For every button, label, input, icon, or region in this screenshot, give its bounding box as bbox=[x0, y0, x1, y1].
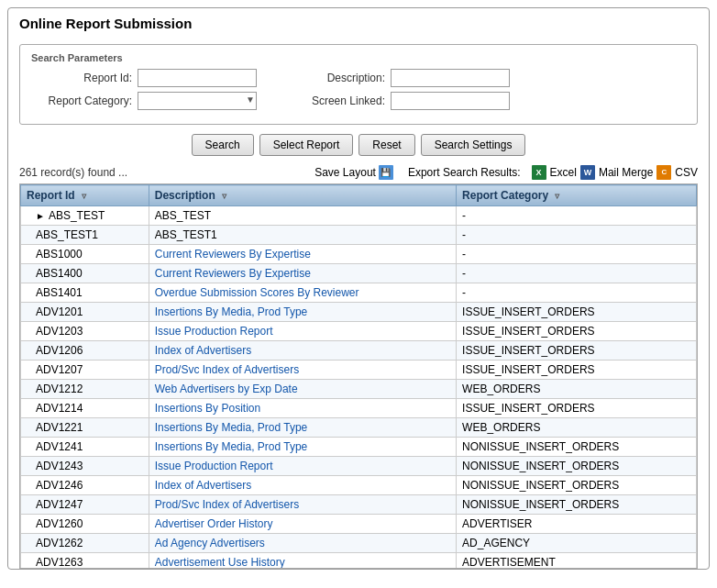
description-filter-icon[interactable]: ▿ bbox=[222, 191, 226, 201]
table-row[interactable]: ADV1221Insertions By Media, Prod TypeWEB… bbox=[21, 418, 697, 438]
cell-report-category: NONISSUE_INSERT_ORDERS bbox=[457, 495, 697, 515]
cell-report-id: ADV1263 bbox=[21, 553, 149, 570]
description-input[interactable] bbox=[391, 69, 510, 87]
cell-report-category: - bbox=[457, 264, 697, 283]
table-row[interactable]: ADV1241Insertions By Media, Prod TypeNON… bbox=[21, 438, 697, 457]
export-label: Export Search Results: bbox=[408, 166, 521, 179]
screen-linked-label: Screen Linked: bbox=[284, 94, 385, 107]
cell-report-category: ISSUE_INSERT_ORDERS bbox=[457, 303, 697, 322]
search-button[interactable]: Search bbox=[192, 134, 254, 156]
table-row[interactable]: ABS_TEST1ABS_TEST1- bbox=[21, 226, 697, 245]
report-category-filter-icon[interactable]: ▿ bbox=[555, 191, 559, 201]
table-row[interactable]: ADV1247Prod/Svc Index of AdvertisersNONI… bbox=[21, 495, 697, 515]
save-icon: 💾 bbox=[379, 165, 393, 180]
table-row[interactable]: ADV1260Advertiser Order HistoryADVERTISE… bbox=[21, 515, 697, 534]
cell-report-id: ADV1247 bbox=[21, 495, 149, 515]
cell-report-category: NONISSUE_INSERT_ORDERS bbox=[457, 457, 697, 476]
cell-report-category: - bbox=[457, 226, 697, 245]
cell-description: Index of Advertisers bbox=[149, 341, 456, 361]
cell-description: Advertiser Order History bbox=[149, 515, 456, 534]
table-row[interactable]: ADV1206Index of AdvertisersISSUE_INSERT_… bbox=[21, 341, 697, 361]
search-params-legend: Search Parameters bbox=[31, 52, 686, 63]
col-description: Description ▿ bbox=[149, 185, 456, 206]
header-row: Report Id ▿ Description ▿ Report Categor… bbox=[21, 185, 697, 206]
cell-report-id: ADV1243 bbox=[21, 457, 149, 476]
form-row-1: Report Id: Description: bbox=[31, 69, 686, 87]
search-settings-button[interactable]: Search Settings bbox=[421, 134, 526, 156]
save-layout-label: Save Layout bbox=[314, 166, 376, 179]
cell-report-category: ISSUE_INSERT_ORDERS bbox=[457, 361, 697, 380]
cell-report-category: ISSUE_INSERT_ORDERS bbox=[457, 322, 697, 341]
cell-report-id: ADV1241 bbox=[21, 438, 149, 457]
table-row[interactable]: ABS1400Current Reviewers By Expertise- bbox=[21, 264, 697, 283]
report-id-input[interactable] bbox=[138, 69, 257, 87]
cell-report-id: ADV1246 bbox=[21, 476, 149, 495]
csv-label[interactable]: CSV bbox=[675, 166, 698, 179]
table-row[interactable]: ADV1203Issue Production ReportISSUE_INSE… bbox=[21, 322, 697, 341]
cell-report-id: ►ABS_TEST bbox=[21, 206, 149, 226]
cell-report-id: ABS1401 bbox=[21, 283, 149, 303]
page-title: Online Report Submission bbox=[8, 8, 709, 37]
cell-description: Prod/Svc Index of Advertisers bbox=[149, 361, 456, 380]
cell-description: Insertions By Media, Prod Type bbox=[149, 438, 456, 457]
table-container: Report Id ▿ Description ▿ Report Categor… bbox=[19, 183, 698, 569]
report-id-filter-icon[interactable]: ▿ bbox=[82, 191, 86, 201]
cell-report-id: ADV1212 bbox=[21, 380, 149, 399]
cell-report-category: ISSUE_INSERT_ORDERS bbox=[457, 399, 697, 418]
table-row[interactable]: ADV1243Issue Production ReportNONISSUE_I… bbox=[21, 457, 697, 476]
cell-description: Web Advertisers by Exp Date bbox=[149, 380, 456, 399]
table-row[interactable]: ADV1214Insertions By PositionISSUE_INSER… bbox=[21, 399, 697, 418]
table-row[interactable]: ABS1000Current Reviewers By Expertise- bbox=[21, 245, 697, 264]
results-table: Report Id ▿ Description ▿ Report Categor… bbox=[20, 184, 697, 569]
cell-report-id: ADV1260 bbox=[21, 515, 149, 534]
cell-description: Index of Advertisers bbox=[149, 476, 456, 495]
cell-report-category: - bbox=[457, 283, 697, 303]
table-row[interactable]: ABS1401Overdue Submission Scores By Revi… bbox=[21, 283, 697, 303]
cell-report-category: NONISSUE_INSERT_ORDERS bbox=[457, 438, 697, 457]
table-body: ►ABS_TESTABS_TEST-ABS_TEST1ABS_TEST1-ABS… bbox=[21, 206, 697, 570]
cell-report-category: WEB_ORDERS bbox=[457, 380, 697, 399]
col-report-category: Report Category ▿ bbox=[457, 185, 697, 206]
cell-description: Overdue Submission Scores By Reviewer bbox=[149, 283, 456, 303]
cell-report-id: ADV1206 bbox=[21, 341, 149, 361]
csv-icon: C bbox=[656, 165, 671, 180]
cell-report-category: ADVERTISER bbox=[457, 515, 697, 534]
cell-description: Insertions By Media, Prod Type bbox=[149, 303, 456, 322]
buttons-row: Search Select Report Reset Search Settin… bbox=[8, 134, 709, 156]
cell-description: Advertisement Use History bbox=[149, 553, 456, 570]
cell-report-id: ABS1000 bbox=[21, 245, 149, 264]
save-layout-link[interactable]: Save Layout 💾 bbox=[314, 165, 393, 180]
screen-linked-input[interactable] bbox=[391, 92, 510, 110]
col-report-id: Report Id ▿ bbox=[21, 185, 149, 206]
cell-description: ABS_TEST bbox=[149, 206, 456, 226]
cell-report-id: ADV1214 bbox=[21, 399, 149, 418]
cell-description: Current Reviewers By Expertise bbox=[149, 264, 456, 283]
cell-report-id: ADV1262 bbox=[21, 534, 149, 553]
table-row[interactable]: ADV1201Insertions By Media, Prod TypeISS… bbox=[21, 303, 697, 322]
cell-report-id: ADV1201 bbox=[21, 303, 149, 322]
excel-label[interactable]: Excel bbox=[550, 166, 577, 179]
cell-description: Issue Production Report bbox=[149, 457, 456, 476]
report-category-select[interactable] bbox=[138, 92, 257, 110]
table-row[interactable]: ADV1212Web Advertisers by Exp DateWEB_OR… bbox=[21, 380, 697, 399]
mail-merge-label[interactable]: Mail Merge bbox=[599, 166, 653, 179]
col-report-id-label: Report Id bbox=[27, 189, 75, 202]
results-bar: 261 record(s) found ... Save Layout 💾 Ex… bbox=[8, 161, 709, 183]
export-icons: X Excel W Mail Merge C CSV bbox=[532, 165, 698, 180]
reset-button[interactable]: Reset bbox=[358, 134, 414, 156]
table-row[interactable]: ADV1263Advertisement Use HistoryADVERTIS… bbox=[21, 553, 697, 570]
col-description-label: Description bbox=[155, 189, 215, 202]
table-row[interactable]: ►ABS_TESTABS_TEST- bbox=[21, 206, 697, 226]
cell-description: Ad Agency Advertisers bbox=[149, 534, 456, 553]
table-row[interactable]: ADV1262Ad Agency AdvertisersAD_AGENCY bbox=[21, 534, 697, 553]
table-row[interactable]: ADV1246Index of AdvertisersNONISSUE_INSE… bbox=[21, 476, 697, 495]
cell-report-category: ISSUE_INSERT_ORDERS bbox=[457, 341, 697, 361]
table-row[interactable]: ADV1207Prod/Svc Index of AdvertisersISSU… bbox=[21, 361, 697, 380]
cell-report-id: ADV1221 bbox=[21, 418, 149, 438]
cell-report-id: ADV1207 bbox=[21, 361, 149, 380]
col-report-category-label: Report Category bbox=[462, 189, 548, 202]
cell-description: Prod/Svc Index of Advertisers bbox=[149, 495, 456, 515]
cell-report-category: - bbox=[457, 245, 697, 264]
row-arrow-icon: ► bbox=[36, 211, 45, 221]
select-report-button[interactable]: Select Report bbox=[259, 134, 354, 156]
